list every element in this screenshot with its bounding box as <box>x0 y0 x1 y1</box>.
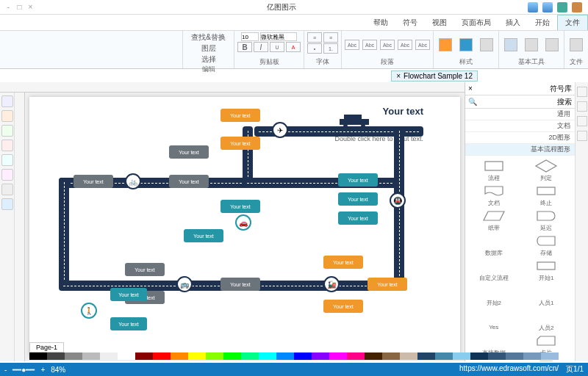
box[interactable]: Your text <box>184 229 223 242</box>
node-plane[interactable]: ✈ <box>272 122 288 138</box>
numbering[interactable]: 1. <box>323 43 338 54</box>
panel-close[interactable]: × <box>468 84 473 93</box>
box[interactable]: Your text <box>74 175 113 188</box>
tab-help[interactable]: 帮助 <box>366 15 395 30</box>
swatch[interactable] <box>453 352 470 360</box>
color-palette[interactable] <box>0 352 588 363</box>
swatch[interactable] <box>29 352 47 360</box>
node-bus[interactable]: 🚌 <box>176 276 193 292</box>
diagram-title[interactable]: Your text <box>383 106 423 117</box>
node-train[interactable]: 🚂 <box>323 276 340 292</box>
cat-2[interactable]: 2D图形 <box>465 132 575 144</box>
swatch[interactable] <box>523 352 541 360</box>
text-tool[interactable] <box>543 34 561 56</box>
swatch[interactable] <box>541 352 559 360</box>
align-left[interactable]: ≡ <box>307 32 322 43</box>
style-5[interactable]: Abc <box>415 40 430 50</box>
shape-round[interactable]: 终止 <box>521 184 573 207</box>
line-button[interactable] <box>457 34 475 56</box>
underline[interactable]: U <box>270 42 284 52</box>
layer-button[interactable]: 图层 <box>201 43 216 54</box>
fill-button[interactable] <box>437 34 454 56</box>
lt-7[interactable] <box>1 184 13 195</box>
align-center[interactable]: ≡ <box>323 32 338 43</box>
swatch[interactable] <box>65 352 82 360</box>
box[interactable]: Your text <box>110 317 147 330</box>
swatch[interactable] <box>347 352 365 360</box>
bold[interactable]: B <box>237 42 252 52</box>
swatch[interactable] <box>153 352 171 360</box>
style-2[interactable]: Abc <box>362 40 377 50</box>
canvas[interactable]: Your text Double click here to input tex… <box>29 97 460 357</box>
box[interactable]: Your text <box>323 300 363 313</box>
shape-oval2[interactable]: Yes <box>468 308 520 332</box>
lt-5[interactable] <box>1 154 13 166</box>
qat-save[interactable] <box>557 2 567 12</box>
rt-3[interactable] <box>577 116 587 126</box>
search-icon[interactable]: 🔍 <box>468 98 477 106</box>
shape-rect[interactable]: 流程 <box>468 159 520 182</box>
box[interactable]: Your text <box>338 212 378 225</box>
swatch[interactable] <box>82 352 100 360</box>
box[interactable]: Your text <box>125 263 165 276</box>
shape-round2[interactable]: 开始1 <box>521 258 573 282</box>
lt-8[interactable] <box>1 198 13 210</box>
swatch[interactable] <box>259 352 276 360</box>
swatch[interactable] <box>241 352 259 360</box>
zoom-slider[interactable]: ━━●━━ <box>12 366 35 374</box>
box[interactable]: Your text <box>169 175 209 188</box>
swatch[interactable] <box>171 352 188 360</box>
page-tab[interactable]: Page-1 <box>29 342 64 352</box>
box[interactable]: Your text <box>338 192 378 206</box>
cat-1[interactable]: 文档 <box>465 120 575 132</box>
swatch[interactable] <box>188 352 206 360</box>
swatch[interactable] <box>329 352 347 360</box>
swatch[interactable] <box>417 352 435 360</box>
node-bike[interactable]: 🚲 <box>125 173 141 189</box>
doc-tab[interactable]: × Flowchart Sample 12 <box>391 70 478 82</box>
style-4[interactable]: Abc <box>398 40 412 50</box>
box[interactable]: Your text <box>220 137 260 150</box>
font-color[interactable]: A <box>286 42 301 52</box>
paste-button[interactable] <box>567 34 585 56</box>
doc-close[interactable]: × <box>396 72 401 80</box>
swatch[interactable] <box>276 352 294 360</box>
swatch[interactable] <box>435 352 453 360</box>
box[interactable]: Your text <box>323 256 363 269</box>
tab-layout[interactable]: 页面布局 <box>454 15 498 30</box>
shape-person[interactable]: 人员1 <box>521 283 573 307</box>
tab-file[interactable]: 文件 <box>557 15 588 30</box>
style-1[interactable]: Abc <box>345 40 359 50</box>
select-button[interactable]: 选择 <box>201 54 216 65</box>
box[interactable]: Your text <box>169 145 209 159</box>
swatch[interactable] <box>47 352 65 360</box>
box[interactable]: Your text <box>220 200 260 213</box>
shape-cyl[interactable]: 数据库 <box>468 234 520 257</box>
swatch[interactable] <box>100 352 118 360</box>
shape-store[interactable]: 存储 <box>521 234 573 257</box>
lt-1[interactable] <box>1 95 13 107</box>
box[interactable]: Your text <box>338 173 378 187</box>
swatch[interactable] <box>506 352 523 360</box>
swatch[interactable] <box>470 352 488 360</box>
box[interactable]: Your text <box>220 278 260 291</box>
swatch[interactable] <box>135 352 153 360</box>
minimize-button[interactable]: - <box>4 3 12 11</box>
swatch[interactable] <box>382 352 400 360</box>
shape-person2[interactable]: 人员2 <box>521 308 573 332</box>
lt-3[interactable] <box>1 125 13 137</box>
shape-oval[interactable]: 开始2 <box>468 283 520 307</box>
style-3[interactable]: Abc <box>380 40 395 50</box>
lt-4[interactable] <box>1 140 13 151</box>
swatch[interactable] <box>206 352 223 360</box>
font-size[interactable] <box>241 32 259 41</box>
cat-3[interactable]: 基本流程图形 <box>465 144 575 156</box>
lt-6[interactable] <box>1 169 13 181</box>
shape-para[interactable]: 纸带 <box>468 209 520 232</box>
connector-tool[interactable] <box>523 34 540 56</box>
node-metro[interactable]: 🚇 <box>390 192 406 209</box>
lt-2[interactable] <box>1 110 13 122</box>
rt-2[interactable] <box>577 101 587 112</box>
swatch[interactable] <box>118 352 135 360</box>
swatch[interactable] <box>223 352 241 360</box>
